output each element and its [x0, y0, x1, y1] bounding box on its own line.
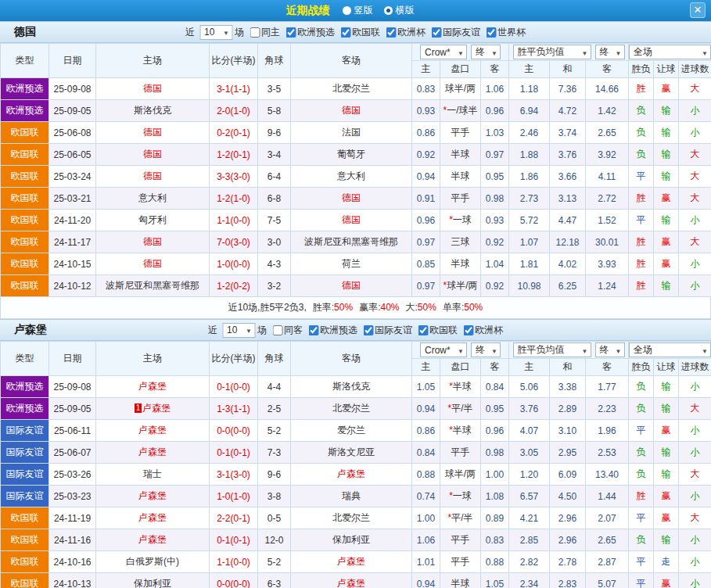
- odds-company-select[interactable]: Crow*: [420, 342, 467, 357]
- corners: 3-5: [258, 78, 291, 100]
- avg-draw-odds: 3.76: [550, 144, 586, 166]
- league-filter-checkbox-input[interactable]: [285, 27, 296, 38]
- avg-away-odds: 3.93: [586, 253, 629, 275]
- handicap: *平/半: [440, 398, 481, 420]
- league-filter-checkbox[interactable]: 欧国联: [418, 324, 458, 337]
- corners: 5-2: [258, 420, 291, 442]
- league-filter-checkbox[interactable]: 欧国联: [340, 26, 380, 39]
- home-team: 德国: [96, 166, 210, 188]
- crow-away-odds: 1.04: [481, 253, 509, 275]
- result-wdl: 胜: [629, 231, 654, 253]
- subcol-cover: 让球: [654, 61, 679, 78]
- avg-draw-odds: 2.96: [550, 529, 586, 551]
- avg-odds-select[interactable]: 胜平负均值: [513, 342, 591, 357]
- crow-away-odds: 1.08: [481, 486, 509, 507]
- layout-horizontal-radio[interactable]: 横版: [384, 4, 415, 17]
- result-handicap: 输: [654, 122, 679, 144]
- away-team: 德国: [291, 210, 412, 231]
- league-filters: 欧洲预选欧国联欧洲杯国际友谊世界杯: [280, 26, 526, 39]
- crow-home-odds: 1.06: [412, 529, 440, 551]
- result-handicap: 输: [654, 442, 679, 464]
- league-type-badge: 欧国联: [1, 253, 49, 275]
- home-team: 卢森堡: [96, 442, 210, 464]
- fullmatch-value: 全场: [634, 45, 652, 59]
- avg-final-select[interactable]: 终: [595, 45, 625, 59]
- final-odds-select[interactable]: 终: [471, 45, 501, 59]
- fullmatch-select[interactable]: 全场: [629, 342, 711, 357]
- league-filter-checkbox[interactable]: 国际友谊: [431, 26, 480, 39]
- subcol-crow-away: 客: [481, 61, 509, 78]
- league-filter-checkbox[interactable]: 欧洲杯: [463, 324, 503, 337]
- chevron-down-icon: [580, 47, 588, 58]
- league-filter-checkbox-input[interactable]: [386, 27, 396, 38]
- same-venue-checkbox-input[interactable]: [272, 325, 282, 335]
- match-row: 欧国联24-11-19卢森堡2-2(0-1)0-5北爱尔兰1.00*平/半0.8…: [1, 507, 711, 529]
- same-venue-checkbox-input[interactable]: [250, 27, 260, 38]
- match-date: 25-09-05: [49, 398, 96, 420]
- league-filter-checkbox[interactable]: 欧洲杯: [386, 26, 426, 39]
- league-type-badge: 欧国联: [1, 551, 49, 573]
- league-filter-checkbox-input[interactable]: [418, 325, 428, 335]
- same-venue-checkbox[interactable]: 同客: [272, 324, 303, 337]
- match-count-select[interactable]: 10: [222, 323, 255, 338]
- results-rows: 欧洲预选25-09-08德国3-1(1-1)3-5北爱尔兰0.83球半/两1.0…: [1, 78, 711, 297]
- layout-vertical-label: 竖版: [354, 4, 373, 17]
- avg-odds-value: 胜平负均值: [518, 343, 565, 357]
- match-date: 24-10-15: [49, 253, 96, 275]
- corners: 6-3: [258, 573, 291, 588]
- avg-odds-select[interactable]: 胜平负均值: [513, 45, 591, 59]
- league-filter-checkbox-input[interactable]: [308, 325, 318, 335]
- corners: 3-4: [258, 144, 291, 166]
- home-team: 德国: [96, 122, 210, 144]
- score-halftime: 3-1(3-0): [210, 464, 258, 486]
- fullmatch-select[interactable]: 全场: [629, 45, 711, 59]
- final-odds-select[interactable]: 终: [471, 342, 501, 357]
- result-handicap: 输: [654, 398, 679, 420]
- chevron-down-icon: [613, 47, 622, 58]
- close-button[interactable]: ✕: [690, 2, 706, 18]
- handicap-star: *: [449, 490, 453, 501]
- home-team: 保加利亚: [96, 573, 210, 588]
- crow-away-odds: 0.83: [481, 529, 509, 551]
- layout-vertical-radio[interactable]: 竖版: [343, 4, 373, 17]
- league-filter-checkbox-input[interactable]: [463, 325, 473, 335]
- subcol-avg-home: 主: [509, 359, 550, 376]
- match-row: 欧国联24-10-13保加利亚0-0(0-0)6-3卢森堡0.94半球1.052…: [1, 573, 711, 588]
- crow-home-odds: 1.00: [412, 507, 440, 529]
- avg-final-select[interactable]: 终: [595, 342, 625, 357]
- avg-away-odds: 1.77: [586, 376, 629, 398]
- subcol-handicap: 盘口: [440, 359, 481, 376]
- col-header-home: 主场: [96, 44, 210, 78]
- stat-value: 50%: [334, 302, 353, 313]
- league-filter-checkbox-input[interactable]: [340, 27, 350, 38]
- home-team: 波斯尼亚和黑塞哥维那: [96, 275, 210, 297]
- home-team: 德国: [96, 78, 210, 100]
- league-filter-checkbox-input[interactable]: [431, 27, 441, 38]
- league-filter-checkbox-input[interactable]: [486, 27, 496, 38]
- result-wdl: 负: [629, 122, 654, 144]
- league-filter-checkbox-input[interactable]: [363, 325, 373, 335]
- same-venue-checkbox[interactable]: 同主: [250, 26, 280, 39]
- league-filter-checkbox[interactable]: 欧洲预选: [285, 26, 335, 39]
- corners: 3-0: [258, 231, 291, 253]
- crow-away-odds: 0.93: [481, 210, 509, 231]
- odds-company-select[interactable]: Crow*: [420, 45, 467, 59]
- avg-draw-odds: 12.18: [550, 231, 586, 253]
- match-date: 24-10-13: [49, 573, 96, 588]
- away-team: 德国: [291, 100, 412, 122]
- match-date: 24-10-16: [49, 551, 96, 573]
- avg-draw-odds: 4.02: [550, 253, 586, 275]
- avg-home-odds: 4.07: [509, 420, 550, 442]
- avg-home-odds: 5.72: [509, 210, 550, 231]
- league-filter-checkbox[interactable]: 欧洲预选: [308, 324, 357, 337]
- result-goals: 大: [679, 231, 711, 253]
- league-filter-label: 欧国联: [429, 324, 458, 337]
- league-filter-checkbox[interactable]: 国际友谊: [363, 324, 412, 337]
- match-row: 欧国联24-11-16卢森堡0-1(0-1)12-0保加利亚1.06平手0.83…: [1, 529, 711, 551]
- result-goals: 小: [679, 275, 711, 297]
- league-filter-label: 欧洲杯: [397, 26, 426, 39]
- match-count-select[interactable]: 10: [199, 25, 232, 40]
- result-goals: 小: [679, 253, 711, 275]
- league-filter-checkbox[interactable]: 世界杯: [486, 26, 526, 39]
- handicap: 平手: [440, 188, 481, 210]
